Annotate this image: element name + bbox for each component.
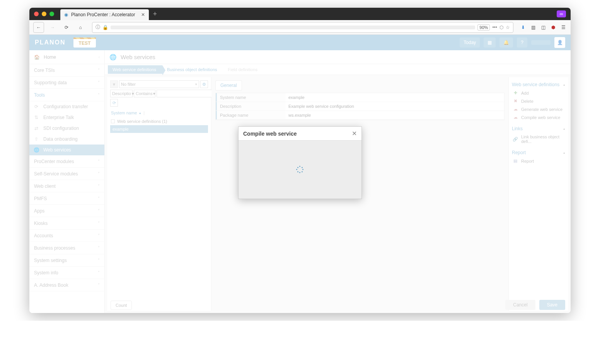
property-row: DescriptionExample web service configura…	[216, 102, 504, 111]
leftright-icon: ⇄	[33, 126, 39, 131]
home-icon: 🏠	[34, 54, 40, 60]
breadcrumb-item[interactable]: Business object definitions	[162, 65, 223, 74]
browser-tab[interactable]: ◉ Planon ProCenter : Accelerator ✕	[60, 9, 149, 20]
sidebar-group[interactable]: Kiosks˅	[29, 217, 104, 230]
cancel-button[interactable]: Cancel	[505, 300, 535, 310]
page-title: Web services	[121, 54, 155, 60]
sidebar-icon[interactable]: ◫	[540, 24, 547, 31]
sidebar-group[interactable]: ProCenter modules˅	[29, 155, 104, 168]
sidebar-group[interactable]: Core TSIs˅	[29, 64, 104, 77]
gear-icon: ☁	[513, 115, 518, 120]
refresh-list-icon[interactable]: ⟳	[110, 99, 118, 107]
action-item[interactable]: ☁Generate web service	[512, 105, 565, 113]
lock-icon: 🔒	[102, 25, 108, 30]
menu-icon[interactable]: ☰	[560, 24, 567, 31]
notifications-icon[interactable]: 🔔	[499, 37, 513, 48]
sidebar-group[interactable]: Accounts˅	[29, 230, 104, 242]
action-item[interactable]: ▤Report	[512, 157, 565, 165]
help-icon[interactable]: ?	[517, 37, 527, 48]
filter-value-input[interactable]	[157, 90, 214, 97]
gear-icon: ☁	[513, 107, 518, 112]
list-row-selected[interactable]: example	[110, 125, 208, 133]
sidebar-item[interactable]: ⇅Enterprise Talk	[29, 112, 104, 123]
compile-modal: Compile web service ✕	[238, 126, 362, 199]
today-button[interactable]: Today	[460, 37, 480, 48]
window-titlebar: ◉ Planon ProCenter : Accelerator ✕ + ∞	[29, 8, 571, 20]
doc-icon: ▤	[513, 158, 518, 163]
list-group-header[interactable]: Web service definitions (1)	[110, 117, 208, 125]
info-icon[interactable]: ⓘ	[95, 24, 100, 31]
sidebar-group[interactable]: Tools˄	[29, 89, 104, 101]
x-icon: ✖	[513, 99, 518, 104]
filter-select[interactable]: No filter▾	[119, 80, 199, 88]
forward-button[interactable]: →	[47, 22, 58, 33]
property-row: System nameexample	[216, 93, 504, 102]
zoom-indicator[interactable]: 90%	[477, 24, 490, 31]
pocket-icon[interactable]: ⬡	[499, 25, 503, 30]
downloads-icon[interactable]: ⬇	[520, 24, 527, 31]
sidebar-item[interactable]: ⟳Configuration transfer	[29, 101, 104, 112]
sidebar-item[interactable]: 🌐Web services	[29, 145, 104, 155]
refresh-icon: ⟳	[33, 104, 39, 109]
modal-close-icon[interactable]: ✕	[352, 130, 357, 137]
link-icon: 🔗	[513, 137, 518, 142]
shield-icon[interactable]: ⬢	[550, 24, 557, 31]
action-group-definitions[interactable]: Web service definitions▴	[512, 80, 565, 89]
action-item[interactable]: ☁Compile web service	[512, 113, 565, 121]
property-label: System name	[216, 93, 285, 102]
sidebar-collapse-icon[interactable]: ‹	[99, 55, 100, 59]
tab-title: Planon ProCenter : Accelerator	[71, 12, 135, 17]
new-tab-button[interactable]: +	[153, 10, 157, 18]
sidebar-group[interactable]: Supporting data˅	[29, 77, 104, 89]
property-row: Package namews.example	[216, 111, 504, 120]
sidebar-home[interactable]: 🏠 Home ‹	[29, 50, 104, 64]
sidebar-group[interactable]: PMFS˅	[29, 192, 104, 205]
list-sort-header[interactable]: System name ▴ |	[110, 108, 208, 117]
sidebar-item[interactable]: ⇄SDI configuration	[29, 123, 104, 134]
bookmark-icon[interactable]: ☆	[506, 25, 510, 30]
loading-spinner-icon	[296, 166, 304, 173]
action-group-report[interactable]: Report▴	[512, 148, 565, 157]
environment-badge: TEST	[73, 37, 96, 48]
app-header: PLANON TEST Today ▦ 🔔 ? 👤	[29, 35, 571, 50]
tab-close-icon[interactable]: ✕	[141, 12, 145, 17]
count-button[interactable]: Count	[111, 301, 132, 310]
user-menu[interactable]	[531, 40, 551, 45]
sidebar-group[interactable]: Apps˅	[29, 205, 104, 217]
home-button[interactable]: ⌂	[75, 22, 86, 33]
filter-op-select[interactable]: Contains▾	[134, 90, 155, 97]
window-maximize-button[interactable]	[49, 12, 54, 16]
sidebar-group[interactable]: System settings˅	[29, 254, 104, 267]
window-close-button[interactable]	[34, 12, 39, 16]
breadcrumb-item[interactable]: Web service definitions	[108, 65, 162, 74]
window-minimize-button[interactable]	[42, 12, 46, 16]
action-item[interactable]: ✖Delete	[512, 97, 565, 105]
sidebar-group[interactable]: Web client˅	[29, 180, 104, 192]
url-bar[interactable]: ⓘ 🔒 90% ••• ⬡ ☆	[92, 22, 513, 33]
sidebar-group[interactable]: A. Address Book˅	[29, 279, 104, 291]
save-button[interactable]: Save	[539, 300, 565, 310]
property-value: example	[285, 93, 504, 102]
calendar-icon[interactable]: ▦	[484, 37, 496, 48]
extension-badge-icon[interactable]: ∞	[557, 10, 566, 17]
sidebar-item[interactable]: ⇧Data onboarding	[29, 134, 104, 145]
modal-title: Compile web service	[243, 131, 297, 137]
filter-settings-icon[interactable]: ⚙	[200, 80, 208, 88]
detail-tab-general[interactable]: General	[215, 80, 242, 90]
library-icon[interactable]: ▥	[530, 24, 537, 31]
more-icon[interactable]: •••	[492, 25, 497, 30]
action-group-links[interactable]: Links▴	[512, 124, 565, 133]
sidebar-group[interactable]: System info˅	[29, 267, 104, 279]
sidebar-group[interactable]: Business processes˅	[29, 242, 104, 254]
action-item[interactable]: 🔗Link business object defi...	[512, 133, 565, 145]
user-avatar-icon[interactable]: 👤	[554, 37, 565, 48]
filter-field-select[interactable]: Descriptio▾	[110, 90, 133, 97]
plus-icon: ✚	[513, 90, 518, 95]
reload-button[interactable]: ⟳	[61, 22, 72, 33]
filter-funnel-icon[interactable]: ▼	[110, 80, 118, 88]
back-button[interactable]: ←	[33, 22, 44, 33]
action-item[interactable]: ✚Add	[512, 89, 565, 97]
sidebar-group[interactable]: Self-Service modules˅	[29, 168, 104, 180]
list-panel: ▼ No filter▾ ⚙ Descriptio▾ Contains▾	[107, 77, 211, 311]
modal-body	[239, 141, 361, 199]
